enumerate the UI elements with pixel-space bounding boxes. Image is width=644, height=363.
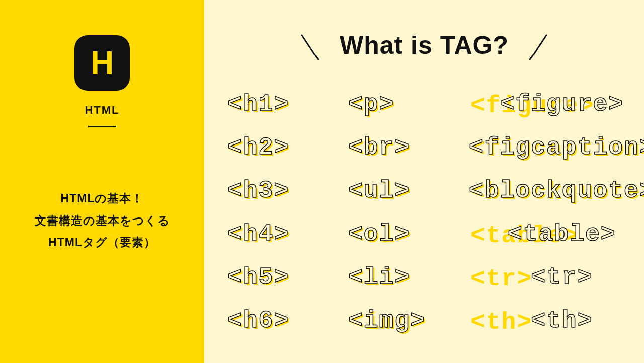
accent-slash-right-icon [524,30,554,60]
tag-figure: <figure><figure> [469,91,644,118]
desc-line-2: 文書構造の基本をつくる [35,210,170,232]
svg-line-2 [534,35,546,54]
html-icon: H [74,35,130,91]
desc-line-1: HTMLの基本！ [35,188,170,210]
html-icon-letter: H [91,44,114,82]
tag-h3: <h3><h3> [227,177,323,204]
main-panel: What is TAG? <h1><h1> <p><p> <figure><fi… [204,0,644,363]
tag-ol: <ol><ol> [348,221,444,248]
sidebar-label: HTML [85,104,119,117]
tag-h2: <h2><h2> [227,134,323,161]
svg-line-0 [302,35,314,54]
tag-ul: <ul><ul> [348,177,444,204]
tag-h5: <h5><h5> [227,264,323,291]
tag-blockquote: <blockquote><blockquote> [469,177,644,204]
tag-h4: <h4><h4> [227,221,323,248]
tag-h1: <h1><h1> [227,91,323,118]
desc-line-3: HTMLタグ（要素） [35,232,170,254]
accent-slash-left-icon [294,30,325,60]
tag-figcaption: <figcaption><figcaption> [469,134,644,161]
tag-li: <li><li> [348,264,444,291]
page: H HTML HTMLの基本！ 文書構造の基本をつくる HTMLタグ（要素） W… [0,0,644,363]
tag-p: <p><p> [348,91,444,118]
tag-br: <br><br> [348,134,444,161]
tag-table: <table><table> [469,221,644,248]
tag-img: <img><img> [348,307,444,334]
heading-row: What is TAG? [204,30,644,60]
tag-grid: <h1><h1> <p><p> <figure><figure> <h2><h2… [204,91,644,334]
svg-line-3 [530,55,533,59]
sidebar: H HTML HTMLの基本！ 文書構造の基本をつくる HTMLタグ（要素） [0,0,204,363]
tag-h6: <h6><h6> [227,307,323,334]
sidebar-divider [88,126,116,127]
tag-tr: <tr><tr> [469,264,644,291]
sidebar-description: HTMLの基本！ 文書構造の基本をつくる HTMLタグ（要素） [35,188,170,254]
tag-th: <th><th> [469,307,644,334]
svg-line-1 [315,55,318,59]
main-heading: What is TAG? [340,31,509,60]
